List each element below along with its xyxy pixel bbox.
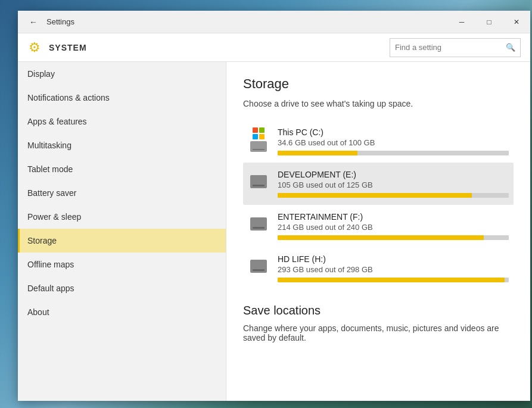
sidebar-item-about[interactable]: About <box>18 300 226 324</box>
drive-size-f: 214 GB used out of 240 GB <box>278 223 509 232</box>
search-icon: 🔍 <box>506 43 515 52</box>
window-title: Settings <box>46 17 448 26</box>
settings-window: ← Settings ─ □ ✕ ⚙ SYSTEM 🔍 Display Noti… <box>18 11 530 401</box>
drive-progress-track-h <box>278 278 509 282</box>
search-box[interactable]: 🔍 <box>390 38 521 57</box>
sidebar-item-display[interactable]: Display <box>18 62 226 86</box>
drive-progress-fill-f <box>278 235 484 240</box>
drive-info-c: This PC (C:) 34.6 GB used out of 100 GB <box>278 127 509 155</box>
search-input[interactable] <box>395 43 506 52</box>
save-locations-description: Change where your apps, documents, music… <box>243 323 514 342</box>
sidebar-item-multitasking[interactable]: Multitasking <box>18 133 226 157</box>
sidebar-item-default-apps[interactable]: Default apps <box>18 276 226 300</box>
system-icon: ⚙ <box>25 38 44 57</box>
drive-name-h: HD LIFE (H:) <box>278 254 509 264</box>
header-area: ⚙ SYSTEM 🔍 <box>18 33 530 62</box>
storage-title: Storage <box>243 76 514 92</box>
sidebar-item-notifications[interactable]: Notifications & actions <box>18 86 226 110</box>
drive-progress-fill-c <box>278 151 357 155</box>
hdd-icon-h <box>250 260 267 273</box>
sidebar-item-power-sleep[interactable]: Power & sleep <box>18 205 226 229</box>
sidebar-item-apps-features[interactable]: Apps & features <box>18 110 226 133</box>
titlebar: ← Settings ─ □ ✕ <box>18 11 530 33</box>
hdd-icon-f <box>250 217 267 231</box>
drive-progress-fill-e <box>278 193 472 198</box>
close-button[interactable]: ✕ <box>503 11 530 33</box>
drive-progress-track-e <box>278 193 509 198</box>
save-locations-title: Save locations <box>243 304 514 317</box>
main-content: Display Notifications & actions Apps & f… <box>18 62 530 401</box>
drive-progress-track-f <box>278 235 509 240</box>
hdd-icon-e <box>250 175 267 188</box>
drive-info-h: HD LIFE (H:) 293 GB used out of 298 GB <box>278 254 509 282</box>
drive-info-e: DEVELOPMENT (E:) 105 GB used out of 125 … <box>278 170 509 198</box>
drive-icon-e <box>248 171 269 192</box>
sidebar-item-battery-saver[interactable]: Battery saver <box>18 181 226 205</box>
gear-icon: ⚙ <box>29 40 41 55</box>
storage-description: Choose a drive to see what's taking up s… <box>243 99 514 108</box>
maximize-button[interactable]: □ <box>475 11 503 33</box>
sidebar-item-tablet-mode[interactable]: Tablet mode <box>18 157 226 181</box>
drive-name-f: ENTERTAINMENT (F:) <box>278 212 509 222</box>
windows-logo-icon <box>253 127 265 139</box>
drive-icon-h <box>248 256 269 277</box>
drive-item-f[interactable]: ENTERTAINMENT (F:) 214 GB used out of 24… <box>243 205 514 247</box>
system-label: SYSTEM <box>49 43 390 52</box>
drive-item-h[interactable]: HD LIFE (H:) 293 GB used out of 298 GB <box>243 247 514 289</box>
drive-size-h: 293 GB used out of 298 GB <box>278 265 509 274</box>
sidebar-item-offline-maps[interactable]: Offline maps <box>18 253 226 276</box>
drive-name-c: This PC (C:) <box>278 127 509 137</box>
drive-item-c[interactable]: This PC (C:) 34.6 GB used out of 100 GB <box>243 120 514 163</box>
drive-icon-c <box>248 129 269 150</box>
sidebar: Display Notifications & actions Apps & f… <box>18 62 226 401</box>
drive-progress-fill-h <box>278 278 505 282</box>
drive-size-e: 105 GB used out of 125 GB <box>278 180 509 189</box>
sidebar-item-storage[interactable]: Storage <box>18 229 226 253</box>
drive-progress-track-c <box>278 151 509 155</box>
drive-item-e[interactable]: DEVELOPMENT (E:) 105 GB used out of 125 … <box>243 163 514 205</box>
drive-icon-f <box>248 213 269 235</box>
storage-panel: Storage Choose a drive to see what's tak… <box>226 62 530 401</box>
back-button[interactable]: ← <box>25 14 42 30</box>
drive-size-c: 34.6 GB used out of 100 GB <box>278 138 509 147</box>
window-controls: ─ □ ✕ <box>448 11 530 33</box>
drive-name-e: DEVELOPMENT (E:) <box>278 170 509 179</box>
drive-info-f: ENTERTAINMENT (F:) 214 GB used out of 24… <box>278 212 509 240</box>
minimize-button[interactable]: ─ <box>448 11 475 33</box>
